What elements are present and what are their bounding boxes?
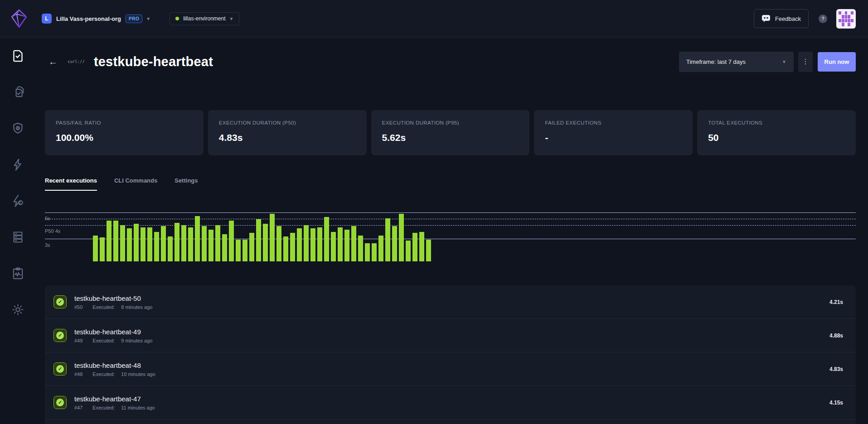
chart-bar[interactable] (175, 223, 179, 261)
chart-bar[interactable] (161, 226, 166, 261)
chart-bar[interactable] (195, 216, 200, 261)
sidebar-item-triggers[interactable] (0, 146, 35, 183)
chart-bar[interactable] (141, 227, 145, 261)
shield-gear-icon (11, 121, 25, 135)
sidebar-item-tests[interactable] (0, 38, 35, 74)
discord-icon (761, 15, 771, 22)
chart-bar[interactable] (168, 236, 173, 261)
chart-bar[interactable] (310, 228, 315, 261)
chart-bar[interactable] (147, 227, 152, 261)
passed-status-icon: ✓ (53, 295, 67, 308)
chart-bar[interactable] (331, 232, 336, 261)
chart-bar[interactable] (209, 230, 213, 261)
chart-bar[interactable] (229, 221, 234, 261)
chart-bar[interactable] (304, 225, 309, 261)
metrics-row: PASS/FAIL RATIO 100.00% EXECUTION DURATI… (45, 110, 856, 155)
back-button[interactable]: ← (48, 57, 58, 67)
chart-bar[interactable] (222, 234, 227, 261)
feedback-label: Feedback (775, 15, 801, 22)
chart-bar[interactable] (419, 232, 424, 261)
environment-selector[interactable]: lillas-environment ▼ (170, 12, 239, 25)
chart-bar[interactable] (202, 226, 207, 261)
chart-bar[interactable] (242, 240, 247, 261)
chart-bar[interactable] (276, 226, 281, 261)
sidebar-item-test-suites[interactable] (0, 74, 35, 110)
execution-duration: 4.15s (829, 400, 843, 406)
chart-bar[interactable] (283, 236, 288, 261)
chevron-down-icon: ▼ (146, 16, 150, 21)
chart-bar[interactable] (392, 226, 397, 261)
execution-row-partial[interactable] (45, 419, 856, 424)
chart-bar[interactable] (93, 236, 98, 261)
execution-duration: 4.88s (829, 332, 843, 339)
chart-bar[interactable] (406, 241, 411, 261)
chart-bar[interactable] (324, 217, 329, 261)
execution-row[interactable]: ✓ testkube-heartbeat-49 #49Executed:9 mi… (45, 319, 856, 352)
feedback-button[interactable]: Feedback (754, 9, 809, 28)
chart-bar[interactable] (338, 227, 343, 261)
chart-bar[interactable] (412, 233, 417, 261)
chart-bar[interactable] (365, 243, 370, 261)
chart-bar[interactable] (215, 225, 220, 261)
chevron-down-icon: ▼ (229, 16, 234, 21)
chart-bar[interactable] (378, 236, 383, 261)
help-icon[interactable]: ? (819, 14, 827, 23)
testkube-logo-icon[interactable] (11, 9, 27, 29)
chart-bar[interactable] (188, 227, 193, 261)
chart-bar[interactable] (344, 230, 349, 261)
execution-row[interactable]: ✓ testkube-heartbeat-50 #50Executed:8 mi… (45, 285, 856, 319)
metric-value: 4.83s (219, 132, 356, 143)
chart-bar[interactable] (113, 221, 118, 261)
tab-cli-commands[interactable]: CLI Commands (114, 177, 157, 191)
execution-time: 11 minutes ago (121, 405, 155, 410)
sidebar-item-executors[interactable] (0, 110, 35, 146)
chart-bar[interactable] (100, 237, 105, 261)
execution-duration-chart: 6s P50 4s 3s (45, 206, 856, 267)
timeframe-dropdown[interactable]: Timeframe: last 7 days ▼ (679, 52, 794, 72)
sidebar-item-status-pages[interactable] (0, 255, 35, 291)
chart-bar[interactable] (317, 227, 322, 261)
chart-bar[interactable] (134, 224, 139, 261)
chart-bar[interactable] (426, 240, 431, 261)
chart-bar[interactable] (249, 233, 254, 261)
metric-label: PASS/FAIL RATIO (56, 120, 193, 125)
tab-settings[interactable]: Settings (175, 177, 198, 191)
chart-bar[interactable] (351, 226, 356, 261)
sidebar-item-webhooks[interactable] (0, 183, 35, 219)
sidebar-item-settings[interactable] (0, 291, 35, 328)
execution-row[interactable]: ✓ testkube-heartbeat-47 #47Executed:11 m… (45, 386, 856, 419)
user-avatar[interactable] (836, 9, 856, 29)
more-options-button[interactable]: ⋮ (798, 52, 813, 72)
chart-bar[interactable] (107, 221, 112, 261)
chart-bar[interactable] (297, 228, 302, 261)
chart-bar[interactable] (372, 243, 377, 261)
chart-bar[interactable] (263, 224, 268, 261)
metric-label: FAILED EXECUTIONS (545, 120, 682, 125)
chart-bar[interactable] (358, 236, 363, 261)
chart-bar[interactable] (399, 214, 404, 261)
execution-row[interactable]: ✓ testkube-heartbeat-48 #48Executed:10 m… (45, 352, 856, 386)
chart-bar[interactable] (236, 240, 241, 261)
executed-label: Executed: (92, 338, 115, 343)
chart-bar[interactable] (290, 233, 295, 261)
chart-bar[interactable] (270, 214, 275, 261)
pro-badge: PRO (126, 14, 142, 23)
run-now-button[interactable]: Run now (818, 52, 856, 72)
chart-bar[interactable] (385, 218, 390, 261)
chart-bar[interactable] (120, 225, 125, 261)
test-type-label: curl:// (68, 59, 85, 64)
tab-recent-executions[interactable]: Recent executions (45, 177, 97, 191)
sidebar-item-sources[interactable] (0, 219, 35, 255)
metric-value: 50 (708, 132, 845, 143)
execution-time: 10 minutes ago (121, 371, 155, 377)
chart-bar[interactable] (256, 219, 261, 261)
metric-duration-p50: EXECUTION DURATION (P50) 4.83s (208, 110, 367, 155)
org-selector[interactable]: L Lilla Vass-personal-org PRO ▼ (42, 14, 150, 24)
chart-bar[interactable] (181, 225, 186, 261)
execution-time: 9 minutes ago (121, 338, 152, 343)
topbar: L Lilla Vass-personal-org PRO ▼ lillas-e… (0, 0, 868, 38)
chart-bar[interactable] (127, 228, 132, 261)
passed-status-icon: ✓ (53, 362, 67, 376)
chart-bar[interactable] (154, 232, 159, 261)
metric-pass-fail-ratio: PASS/FAIL RATIO 100.00% (45, 110, 204, 155)
